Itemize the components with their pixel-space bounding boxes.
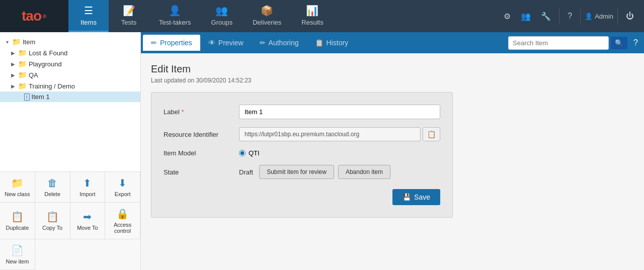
tree-toggle-root: ▾ [4, 39, 10, 45]
copy-identifier-button[interactable]: 📋 [423, 127, 440, 141]
tree-area: ▾ 📁 Item ▶ 📁 Lost & Found ▶ 📁 Playground… [0, 32, 140, 171]
tree-label-item1: Item 1 [32, 93, 50, 101]
main-content: Edit Item Last updated on 30/09/2020 14:… [141, 53, 644, 270]
new-class-icon: 📁 [11, 177, 24, 189]
tools-button[interactable]: 🔧 [537, 9, 555, 24]
tab-preview-label: Preview [218, 39, 244, 47]
tree-item-item1[interactable]: i Item 1 [0, 92, 140, 102]
nav-item-results[interactable]: 📊 Results [291, 0, 333, 32]
tab-history[interactable]: 📋 History [307, 35, 357, 51]
tree-root[interactable]: ▾ 📁 Item [0, 36, 140, 47]
nav-item-groups[interactable]: 👥 Groups [201, 0, 243, 32]
tab-authoring-label: Authoring [269, 39, 299, 47]
delete-button[interactable]: 🗑 Delete [35, 172, 70, 203]
new-class-button[interactable]: 📁 New class [0, 172, 35, 203]
deliveries-icon: 📦 [261, 5, 273, 17]
tree-file-item1-icon: i [24, 94, 30, 101]
nav-right: ⚙ 👥 🔧 ? 👤 Admin ⏻ [494, 0, 644, 32]
new-item-button[interactable]: 📄 New item [0, 239, 35, 270]
resource-id-input[interactable] [239, 127, 421, 141]
tree-label-playground: Playground [29, 60, 62, 68]
nav-label-groups: Groups [211, 19, 233, 26]
tree-item-qa[interactable]: ▶ 📁 QA [0, 69, 140, 80]
save-button[interactable]: 💾 Save [392, 189, 440, 205]
duplicate-icon: 📋 [11, 211, 24, 223]
move-to-button[interactable]: ➡ Move To [70, 203, 106, 239]
delete-label: Delete [44, 191, 60, 197]
properties-tab-icon: ✏ [151, 39, 157, 47]
tree-item-playground[interactable]: ▶ 📁 Playground [0, 58, 140, 69]
copy-to-button[interactable]: 📋 Copy To [35, 203, 70, 239]
tree-root-label: Item [23, 38, 35, 46]
nav-item-tests[interactable]: 📝 Tests [109, 0, 149, 32]
preview-tab-icon: 👁 [208, 39, 215, 47]
main-layout: ▾ 📁 Item ▶ 📁 Lost & Found ▶ 📁 Playground… [0, 32, 644, 270]
nav-item-deliveries[interactable]: 📦 Deliveries [243, 0, 291, 32]
new-class-label: New class [5, 191, 30, 197]
save-label: Save [414, 193, 430, 201]
submit-review-button[interactable]: Submit item for review [259, 165, 334, 179]
qti-label: QTI [249, 149, 260, 157]
top-nav: tao ⚙ ☰ Items 📝 Tests 👤 Test-takers 👥 Gr… [0, 0, 644, 32]
tree-label-training: Training / Demo [29, 82, 75, 90]
duplicate-button[interactable]: 📋 Duplicate [0, 203, 35, 239]
form-row-item-model: Item Model QTI [164, 149, 440, 157]
import-icon: ⬆ [83, 177, 92, 189]
logo-icon: ⚙ [42, 14, 47, 19]
tree-label-lost: Lost & Found [29, 49, 67, 57]
tab-preview[interactable]: 👁 Preview [200, 35, 252, 51]
form-row-label: Label * [164, 105, 440, 119]
item-model-label: Item Model [164, 149, 239, 157]
admin-label: 👤 Admin [585, 13, 613, 20]
tree-folder-playground-icon: 📁 [18, 60, 27, 68]
test-takers-icon: 👤 [169, 5, 181, 17]
import-button[interactable]: ⬆ Import [70, 172, 106, 203]
qti-radio[interactable] [239, 150, 246, 156]
tree-toggle-qa: ▶ [10, 72, 16, 78]
nav-label-deliveries: Deliveries [253, 19, 281, 26]
action-grid: 📁 New class 🗑 Delete ⬆ Import ⬇ Export 📋… [0, 171, 140, 270]
logo: tao ⚙ [0, 0, 68, 32]
tree-toggle-training: ▶ [10, 83, 16, 89]
move-to-label: Move To [77, 225, 98, 231]
nav-label-items: Items [80, 19, 97, 26]
nav-label-tests: Tests [121, 19, 136, 26]
tests-icon: 📝 [123, 5, 135, 17]
logout-button[interactable]: ⏻ [622, 9, 638, 24]
help-icon-button[interactable]: ? [629, 36, 642, 49]
tree-item-training[interactable]: ▶ 📁 Training / Demo [0, 80, 140, 92]
abandon-button[interactable]: Abandon item [338, 165, 390, 179]
content-area: ✏ Properties 👁 Preview ✏ Authoring 📋 His… [141, 32, 644, 270]
label-input[interactable] [239, 105, 440, 119]
search-input[interactable] [508, 36, 609, 50]
tab-authoring[interactable]: ✏ Authoring [252, 35, 307, 51]
export-button[interactable]: ⬇ Export [105, 172, 140, 203]
tree-folder-qa-icon: 📁 [18, 71, 27, 79]
duplicate-label: Duplicate [6, 225, 29, 231]
tree-item-lost-found[interactable]: ▶ 📁 Lost & Found [0, 47, 140, 58]
users-button[interactable]: 👥 [517, 9, 535, 24]
tab-properties[interactable]: ✏ Properties [143, 35, 200, 51]
help-button[interactable]: ? [564, 9, 576, 24]
search-button[interactable]: 🔍 [611, 37, 627, 49]
access-control-icon: 🔒 [116, 208, 129, 220]
label-field-label: Label * [164, 108, 239, 116]
export-label: Export [115, 191, 131, 197]
export-icon: ⬇ [118, 177, 127, 189]
nav-separator-2 [580, 8, 581, 24]
settings-button[interactable]: ⚙ [500, 9, 515, 24]
new-item-icon: 📄 [11, 244, 24, 256]
tab-properties-label: Properties [160, 39, 192, 47]
save-row: 💾 Save [164, 189, 440, 205]
import-label: Import [79, 191, 95, 197]
nav-item-items[interactable]: ☰ Items [68, 0, 109, 32]
required-marker: * [181, 108, 184, 116]
delete-icon: 🗑 [47, 177, 57, 189]
save-icon: 💾 [403, 193, 411, 201]
review-buttons: Submit item for review Abandon item [259, 165, 390, 179]
results-icon: 📊 [306, 5, 318, 17]
nav-item-test-takers[interactable]: 👤 Test-takers [149, 0, 201, 32]
form-row-resource-id: Resource Identifier 📋 [164, 127, 440, 141]
identifier-wrap: 📋 [239, 127, 440, 141]
access-control-button[interactable]: 🔒 Access control [105, 203, 140, 239]
